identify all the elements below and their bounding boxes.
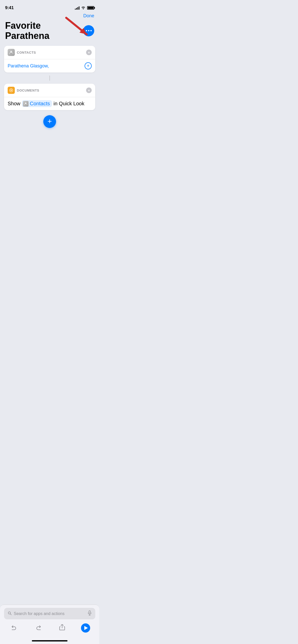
documents-card-header: DOCUMENTS × (4, 84, 95, 97)
contacts-card-header-left: CONTACTS (8, 49, 36, 56)
contacts-card-label: CONTACTS (17, 51, 36, 54)
more-button[interactable] (83, 25, 94, 36)
contacts-card-icon (8, 49, 15, 56)
documents-suffix-text: in Quick Look (53, 101, 84, 107)
documents-chip-label: Contacts (30, 101, 50, 107)
status-bar: 9:41 (0, 0, 99, 12)
documents-card: DOCUMENTS × Show Contacts in Quick Look (4, 84, 95, 110)
documents-card-label: DOCUMENTS (17, 89, 39, 92)
documents-chip-icon (23, 101, 29, 107)
documents-card-icon (8, 87, 15, 94)
contacts-card: CONTACTS × Parathena Glasgow, + (4, 46, 95, 72)
status-icons (75, 6, 94, 10)
add-action-button[interactable]: + (43, 115, 56, 128)
header: Done (0, 12, 99, 21)
add-action-container: + (0, 115, 99, 128)
documents-contacts-chip[interactable]: Contacts (22, 100, 52, 107)
done-button[interactable]: Done (83, 13, 94, 19)
documents-card-body: Show Contacts in Quick Look (4, 97, 95, 110)
plus-icon: + (47, 118, 52, 125)
battery-icon (87, 6, 94, 10)
cards-container: CONTACTS × Parathena Glasgow, + DOCUMENT… (0, 46, 99, 110)
page-title: Favorite Parathena (5, 21, 83, 41)
contacts-add-button[interactable]: + (85, 62, 92, 69)
card-divider (49, 76, 50, 81)
documents-card-header-left: DOCUMENTS (8, 87, 39, 94)
title-row: Favorite Parathena (0, 21, 99, 46)
documents-card-close[interactable]: × (86, 87, 92, 93)
wifi-icon (81, 6, 86, 10)
signal-icon (75, 6, 79, 10)
status-time: 9:41 (5, 5, 14, 10)
contact-value[interactable]: Parathena Glasgow, (8, 63, 49, 69)
contacts-card-header: CONTACTS × (4, 46, 95, 59)
three-dots-icon (86, 30, 92, 31)
contacts-card-close[interactable]: × (86, 50, 92, 55)
svg-point-4 (10, 90, 12, 91)
documents-show-text: Show (8, 101, 20, 107)
contacts-card-body: Parathena Glasgow, + (4, 59, 95, 72)
